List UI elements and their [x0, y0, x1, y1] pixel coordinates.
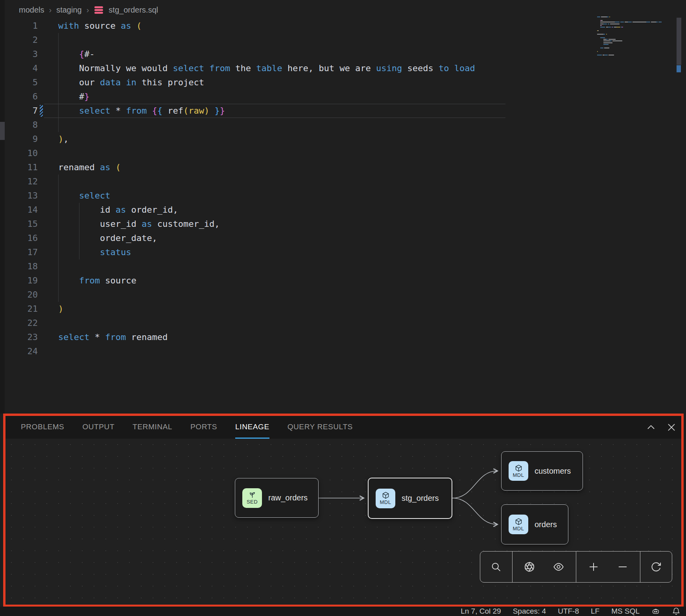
breadcrumb-item-staging[interactable]: staging: [56, 6, 82, 15]
gutter-marker: [38, 75, 44, 90]
status-spaces-4[interactable]: Spaces: 4: [513, 607, 546, 616]
code-line[interactable]: 15 user_id as customer_id,: [0, 217, 598, 231]
line-number: 23: [0, 330, 38, 344]
code-line[interactable]: 18: [0, 259, 598, 274]
code-line[interactable]: 2: [0, 33, 598, 47]
code-line[interactable]: 11renamed as (: [0, 160, 598, 175]
code-line[interactable]: 20: [0, 288, 598, 302]
refresh-button[interactable]: [644, 555, 668, 579]
code-text: [44, 344, 58, 359]
line-number: 8: [0, 118, 38, 132]
minimap[interactable]: [597, 17, 667, 61]
line-number: 14: [0, 203, 38, 217]
code-lines[interactable]: 1with source as (23 {#-4 Normally we wou…: [0, 19, 598, 359]
line-number: 4: [0, 61, 38, 75]
code-text: with source as (: [44, 19, 142, 33]
gutter-marker: [38, 217, 44, 231]
copilot-icon[interactable]: [651, 607, 660, 616]
lineage-canvas[interactable]: SED raw_orders MDL stg_orders MDL custom…: [6, 439, 681, 605]
cube-icon: [382, 491, 390, 500]
code-line[interactable]: 14 id as order_id,: [0, 203, 598, 217]
gutter-marker: [38, 274, 44, 288]
code-line[interactable]: 9),: [0, 132, 598, 146]
code-line[interactable]: 12: [0, 175, 598, 189]
breadcrumb-file[interactable]: stg_orders.sql: [109, 6, 158, 15]
badge-label: MDL: [380, 499, 391, 505]
code-line[interactable]: 16 order_date,: [0, 231, 598, 245]
code-text: [44, 288, 58, 302]
status-ln-7-col-29[interactable]: Ln 7, Col 29: [461, 607, 501, 616]
code-line[interactable]: 10: [0, 146, 598, 160]
code-text: renamed as (: [44, 160, 121, 175]
cube-icon: [514, 518, 523, 526]
code-line[interactable]: 24: [0, 344, 598, 359]
code-line[interactable]: 5 our data in this project: [0, 75, 598, 90]
code-text: [44, 118, 58, 132]
status-utf-8[interactable]: UTF-8: [558, 607, 579, 616]
code-text: [44, 316, 58, 330]
zoom-in-button[interactable]: [582, 555, 605, 579]
code-line[interactable]: 4 Normally we would select from the tabl…: [0, 61, 598, 75]
breadcrumb-item-models[interactable]: models: [19, 6, 44, 15]
code-line[interactable]: 17 status: [0, 245, 598, 259]
aperture-button[interactable]: [518, 555, 541, 579]
node-label: raw_orders: [268, 493, 308, 502]
code-line[interactable]: 13 select: [0, 189, 598, 203]
code-line[interactable]: 19 from source: [0, 274, 598, 288]
gutter-marker: [38, 90, 44, 104]
model-badge: MDL: [376, 489, 395, 508]
code-line[interactable]: 22: [0, 316, 598, 330]
code-text: #}: [44, 90, 89, 104]
visibility-button[interactable]: [547, 555, 570, 579]
code-text: [44, 175, 58, 189]
gutter-marker: [38, 132, 44, 146]
lineage-node-orders[interactable]: MDL orders: [501, 504, 568, 544]
scrollbar-thumb[interactable]: [677, 18, 681, 65]
code-line[interactable]: 6 #}: [0, 90, 598, 104]
code-text: from source: [44, 274, 136, 288]
code-text: ): [44, 302, 63, 316]
gutter-marker: [38, 330, 44, 344]
tab-ports[interactable]: PORTS: [190, 416, 217, 439]
status-lf[interactable]: LF: [591, 607, 599, 616]
lineage-toolbar: [480, 551, 672, 583]
code-line[interactable]: 7 select * from {{ ref(raw) }}: [0, 104, 598, 118]
code-text: {#-: [44, 47, 95, 61]
tab-terminal[interactable]: TERMINAL: [133, 416, 172, 439]
chevron-up-icon[interactable]: [646, 422, 656, 432]
lineage-node-stg-orders[interactable]: MDL stg_orders: [368, 478, 452, 519]
line-number: 6: [0, 90, 38, 104]
gutter-marker: [38, 231, 44, 245]
code-line[interactable]: 21): [0, 302, 598, 316]
gutter-marker: [38, 175, 44, 189]
code-text: [44, 259, 58, 274]
lineage-node-raw-orders[interactable]: SED raw_orders: [235, 478, 319, 518]
zoom-in-icon: [588, 561, 599, 572]
code-line[interactable]: 1with source as (: [0, 19, 598, 33]
bell-icon[interactable]: [672, 607, 680, 616]
code-line[interactable]: 23select * from renamed: [0, 330, 598, 344]
gutter-marker: [38, 118, 44, 132]
gutter-marker: [38, 61, 44, 75]
search-button[interactable]: [484, 555, 508, 579]
tab-lineage[interactable]: LINEAGE: [235, 416, 269, 439]
zoom-out-icon: [617, 561, 628, 572]
zoom-out-button[interactable]: [611, 555, 634, 579]
code-text: [44, 33, 58, 47]
tab-output[interactable]: OUTPUT: [82, 416, 114, 439]
lineage-node-customers[interactable]: MDL customers: [501, 451, 583, 491]
tab-problems[interactable]: PROBLEMS: [21, 416, 64, 439]
breadcrumb: models › staging › stg_orders.sql: [19, 3, 158, 17]
gutter-marker: [38, 160, 44, 175]
badge-label: SED: [247, 499, 258, 505]
gutter-marker: [38, 104, 44, 118]
code-line[interactable]: 8: [0, 118, 598, 132]
code-line[interactable]: 3 {#-: [0, 47, 598, 61]
close-icon[interactable]: [666, 422, 677, 432]
gutter-marker: [38, 146, 44, 160]
status-ms-sql[interactable]: MS SQL: [611, 607, 640, 616]
code-text: id as order_id,: [44, 203, 178, 217]
tab-query-results[interactable]: QUERY RESULTS: [288, 416, 353, 439]
code-editor[interactable]: models › staging › stg_orders.sql 1with …: [0, 0, 686, 414]
badge-label: MDL: [513, 472, 524, 478]
